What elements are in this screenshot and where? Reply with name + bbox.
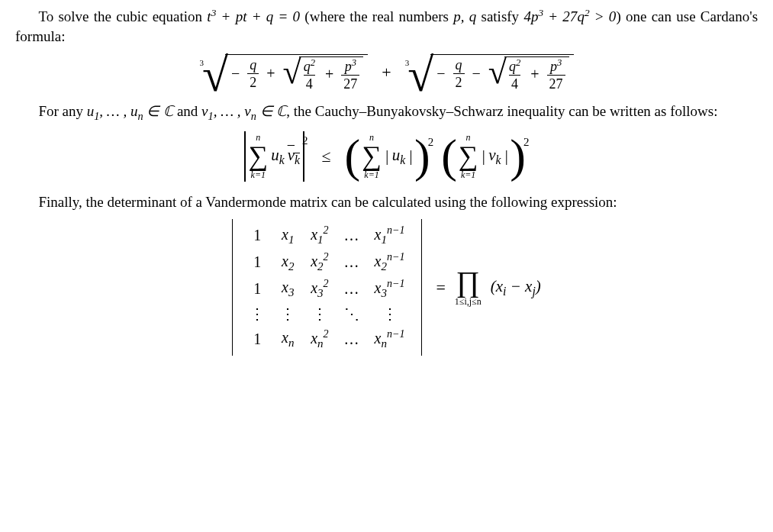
sum-symbol: n ∑ k=1 <box>249 133 269 179</box>
paragraph-cbs-intro: For any u1, … , un ∈ ℂ and v1, … , vn ∈ … <box>15 102 758 124</box>
matrix-cell: x32 <box>303 276 336 302</box>
text: satisfy <box>476 8 523 24</box>
matrix-cell: ⋮ <box>303 302 336 326</box>
frac-den: 2 <box>247 73 259 89</box>
inline-v-sequence: v1, … , vn ∈ ℂ <box>201 103 286 119</box>
equation-vandermonde: 1x1x12…x1n−11x2x22…x2n−11x3x32…x3n−1⋮⋮⋮⋱… <box>15 219 758 356</box>
matrix-cell: x12 <box>303 222 336 249</box>
matrix-cell: x3n−1 <box>367 276 413 302</box>
matrix-cell: x22 <box>303 249 336 276</box>
matrix-cell: 1 <box>242 222 272 249</box>
matrix-cell: … <box>337 276 367 302</box>
matrix-cell: xn <box>272 326 303 353</box>
exponent-2: 2 <box>428 134 434 150</box>
determinant-matrix: 1x1x12…x1n−11x2x22…x2n−11x3x32…x3n−1⋮⋮⋮⋱… <box>232 219 422 356</box>
text: Finally, the determinant of a Vandermond… <box>38 194 617 210</box>
frac-num: q <box>247 58 259 73</box>
inline-equation-cubic: t3 + pt + q = 0 <box>207 8 300 24</box>
text: (where the real numbers <box>300 8 453 24</box>
product-term: (xi − xj) <box>491 276 541 299</box>
matrix-cell: x2 <box>272 249 303 276</box>
term-abs-uk: |uk| <box>385 144 413 168</box>
equation-cauchy-schwarz: n ∑ k=1 ukvk 2 ≤ ( <box>15 131 758 182</box>
frac-den: 2 <box>453 73 465 89</box>
matrix-cell: ⋮ <box>242 302 272 326</box>
matrix-cell: xnn−1 <box>367 326 413 353</box>
matrix-cell: … <box>337 326 367 353</box>
matrix-cell: x3 <box>272 276 303 302</box>
term-uk-vkbar: ukvk <box>271 144 300 168</box>
matrix-cell: … <box>337 222 367 249</box>
text: and <box>173 103 201 119</box>
inline-u-sequence: u1, … , un ∈ ℂ <box>87 103 173 119</box>
term-abs-vk: |vk| <box>481 144 508 168</box>
matrix-cell: xn2 <box>303 326 336 353</box>
document-page: To solve the cubic equation t3 + pt + q … <box>0 0 773 532</box>
cube-root-1: 3 √ − q2 + √ q24 + p327 <box>199 54 368 91</box>
plus-operator: + <box>375 61 397 84</box>
text: To solve the cubic equation <box>38 8 207 24</box>
frac-num: q <box>453 58 465 73</box>
paren-uk: ( n ∑ k=1 |uk| ) <box>345 133 430 179</box>
equation-cardano: 3 √ − q2 + √ q24 + p327 + <box>15 54 758 91</box>
product-symbol: ∏ 1≤i,j≤n <box>455 269 482 306</box>
inline-condition: 4p3 + 27q2 > 0 <box>523 8 616 24</box>
matrix-cell: x2n−1 <box>367 249 413 276</box>
inner-sqrt-1: √ q24 + p327 <box>283 56 364 91</box>
matrix-cell: x1 <box>272 222 303 249</box>
matrix-cell: x1n−1 <box>367 222 413 249</box>
text: , the Cauchy–Bunyakovsky–Schwarz inequal… <box>286 103 717 119</box>
exponent-2: 2 <box>523 134 530 150</box>
paragraph-vandermonde-intro: Finally, the determinant of a Vandermond… <box>15 192 758 212</box>
matrix-cell: 1 <box>242 326 272 353</box>
equals-sign: = <box>436 276 445 299</box>
frac-den: 4 <box>509 75 520 91</box>
inner-sqrt-2: √ q24 + p327 <box>488 56 569 91</box>
cube-root-2: 3 √ − q2 − √ q24 + p327 <box>405 54 574 91</box>
matrix-cell: ⋱ <box>337 302 367 326</box>
paragraph-cardano-intro: To solve the cubic equation t3 + pt + q … <box>15 6 758 47</box>
frac-den: 27 <box>341 75 359 91</box>
matrix-cell: 1 <box>242 249 272 276</box>
matrix-cell: ⋮ <box>272 302 303 326</box>
frac-den: 27 <box>547 75 565 91</box>
frac-den: 4 <box>304 75 315 91</box>
text: For any <box>38 103 86 119</box>
inline-vars-pq: p, q <box>453 8 476 24</box>
abs-lhs: n ∑ k=1 ukvk <box>244 131 305 182</box>
matrix-cell: 1 <box>242 276 272 302</box>
matrix-cell: … <box>337 249 367 276</box>
paren-vk: ( n ∑ k=1 |vk| ) <box>441 133 526 179</box>
leq-operator: ≤ <box>316 145 337 168</box>
matrix-cell: ⋮ <box>367 302 413 326</box>
